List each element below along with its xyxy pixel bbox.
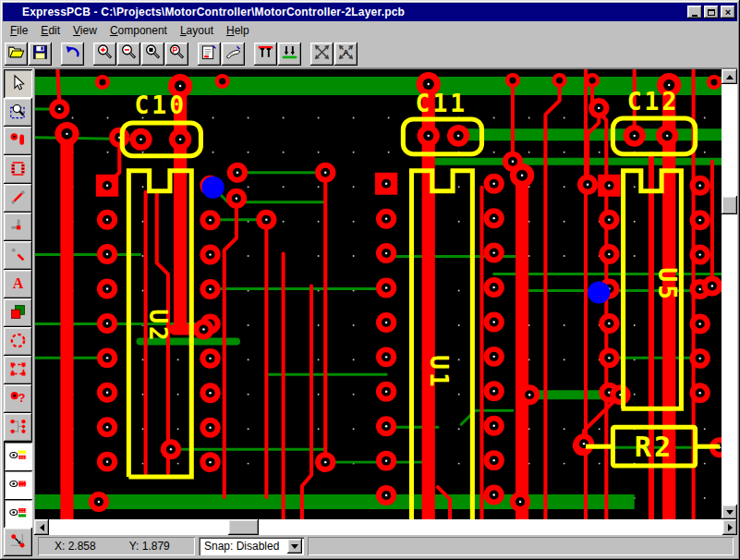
show-top-layer-icon xyxy=(9,475,27,495)
minimize-icon xyxy=(692,15,698,17)
silk-label-U2[interactable]: U2 xyxy=(144,309,172,343)
zoom-board-icon xyxy=(144,43,162,64)
zoom-out-button[interactable] xyxy=(117,43,140,66)
toolbar: PA xyxy=(3,40,737,68)
place-rectangle-icon xyxy=(9,360,27,381)
place-pad-button[interactable] xyxy=(4,127,32,155)
arrow-down-icon xyxy=(726,510,734,515)
pcb-canvas[interactable]: C10C11C12U2U1U5R2 xyxy=(35,69,722,519)
zoom-in-icon xyxy=(96,43,114,64)
arrow-right-icon xyxy=(728,524,733,531)
place-trace-button[interactable] xyxy=(4,184,32,213)
snap-value: Snap: Disabled xyxy=(204,540,279,553)
expresspcb-app-icon xyxy=(5,5,19,19)
close-icon: × xyxy=(725,7,731,17)
svg-text:A: A xyxy=(13,275,24,291)
zoom-window-icon xyxy=(9,103,27,123)
edit-component-button[interactable] xyxy=(222,43,245,66)
layer-bottom-icon xyxy=(281,43,298,64)
select-icon xyxy=(9,74,27,94)
menu-bar: FileEditViewComponentLayoutHelp xyxy=(3,21,737,40)
horizontal-scrollbar[interactable] xyxy=(34,519,737,535)
menu-help[interactable]: Help xyxy=(220,22,256,39)
pad-properties-button[interactable]: ? xyxy=(4,384,32,413)
zoom-previous-button[interactable]: P xyxy=(165,43,188,66)
show-top-layer-button[interactable] xyxy=(4,470,32,499)
zoom-board-button[interactable] xyxy=(141,43,164,66)
ratsnest-button[interactable] xyxy=(4,413,32,442)
silk-label-R2[interactable]: R2 xyxy=(635,431,674,463)
place-circle-icon xyxy=(9,332,27,352)
close-button[interactable]: × xyxy=(721,6,735,18)
place-plane-button[interactable] xyxy=(4,298,32,327)
show-bottom-layer-button[interactable] xyxy=(4,499,32,528)
snap-dropdown[interactable]: Snap: Disabled xyxy=(199,537,304,555)
silk-label-C10[interactable]: C10 xyxy=(134,91,187,119)
place-text-button[interactable]: A xyxy=(4,270,32,298)
scroll-right-button[interactable] xyxy=(722,519,737,535)
scroll-down-button[interactable] xyxy=(722,505,737,519)
pan-auto-button[interactable]: A xyxy=(334,43,358,66)
component-properties-button[interactable] xyxy=(198,43,221,66)
menu-file[interactable]: File xyxy=(4,22,34,39)
cursor-y: Y: 1.879 xyxy=(129,540,170,553)
app-window: ExpressPCB - C:\Projects\MotorController… xyxy=(0,0,740,560)
silk-label-C11[interactable]: C11 xyxy=(416,90,468,117)
show-silkscreen-icon xyxy=(9,446,27,467)
menu-component[interactable]: Component xyxy=(103,22,174,39)
arrow-up-icon xyxy=(726,75,734,79)
place-text-icon: A xyxy=(9,274,27,295)
layer-bottom-button[interactable] xyxy=(278,43,301,66)
scroll-up-button[interactable] xyxy=(722,69,737,84)
undo-icon xyxy=(64,43,81,64)
save-icon xyxy=(31,43,49,64)
menu-edit[interactable]: Edit xyxy=(34,22,67,39)
place-rectangle-button[interactable] xyxy=(4,356,32,384)
snap-grid-button[interactable] xyxy=(4,528,32,556)
layer-top-button[interactable] xyxy=(254,43,277,66)
menu-view[interactable]: View xyxy=(67,22,103,39)
snap-grid-icon xyxy=(9,532,27,553)
dropdown-arrow-icon[interactable] xyxy=(287,539,302,554)
status-bar: X: 2.858 Y: 1.879 Snap: Disabled xyxy=(34,535,737,557)
undo-button[interactable] xyxy=(61,43,84,66)
tool-palette: A? xyxy=(3,68,34,557)
split-trace-button[interactable] xyxy=(4,241,32,270)
place-component-icon xyxy=(9,160,27,180)
silk-label-U1[interactable]: U1 xyxy=(425,355,453,389)
window-title: ExpressPCB - C:\Projects\MotorController… xyxy=(22,6,687,18)
zoom-in-button[interactable] xyxy=(93,43,116,66)
zoom-window-button[interactable] xyxy=(4,98,32,127)
h-scroll-thumb[interactable] xyxy=(228,519,259,535)
pan-view-button[interactable] xyxy=(310,43,334,66)
edit-component-icon xyxy=(224,43,242,64)
pad-properties-icon: ? xyxy=(9,389,27,409)
save-button[interactable] xyxy=(29,43,52,66)
place-plane-icon xyxy=(9,303,27,323)
silk-label-U5[interactable]: U5 xyxy=(653,268,681,302)
maximize-button[interactable] xyxy=(704,6,719,18)
zoom-previous-icon: P xyxy=(168,43,186,64)
place-corner-button[interactable] xyxy=(4,213,32,241)
zoom-out-icon xyxy=(120,43,138,64)
show-bottom-layer-icon xyxy=(9,504,27,524)
place-circle-button[interactable] xyxy=(4,327,32,356)
cursor-x: X: 2.858 xyxy=(55,540,96,553)
vertical-scrollbar[interactable] xyxy=(722,69,737,519)
v-scroll-thumb[interactable] xyxy=(722,196,737,214)
ratsnest-icon xyxy=(9,418,27,438)
menu-layout[interactable]: Layout xyxy=(174,22,220,39)
silk-label-C12[interactable]: C12 xyxy=(627,88,680,116)
open-button[interactable] xyxy=(5,43,28,66)
title-bar[interactable]: ExpressPCB - C:\Projects\MotorController… xyxy=(3,3,737,21)
pan-auto-icon: A xyxy=(337,43,355,64)
split-trace-icon xyxy=(9,246,27,266)
place-trace-icon xyxy=(9,189,27,209)
maximize-icon xyxy=(708,9,715,16)
select-button[interactable] xyxy=(4,69,32,98)
show-silkscreen-button[interactable] xyxy=(4,442,32,470)
scroll-left-button[interactable] xyxy=(34,519,49,535)
arrow-left-icon xyxy=(40,524,44,531)
place-component-button[interactable] xyxy=(4,155,32,184)
minimize-button[interactable] xyxy=(687,6,702,18)
